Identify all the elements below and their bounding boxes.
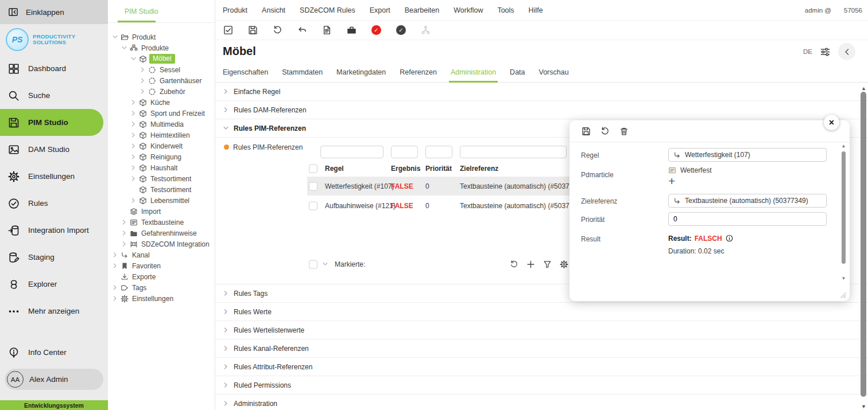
menu-export[interactable]: Export bbox=[370, 6, 390, 14]
filter-ergebnis-input[interactable] bbox=[391, 146, 418, 158]
column-header-regel[interactable]: Regel bbox=[325, 165, 344, 173]
sidebar-item-info-center[interactable]: Info Center bbox=[0, 339, 108, 366]
view-settings-icon[interactable] bbox=[820, 46, 831, 57]
save-icon[interactable] bbox=[248, 25, 258, 35]
tree-item-produkte[interactable]: Produkte bbox=[108, 42, 215, 53]
sidebar-item-suche[interactable]: Suche bbox=[0, 82, 108, 109]
section-einfache-regel[interactable]: Einfache Regel bbox=[215, 83, 868, 101]
tree-item-exporte[interactable]: Exporte bbox=[108, 271, 215, 282]
column-header-zielreferenz[interactable]: Zielreferenz bbox=[460, 165, 498, 173]
sidebar-item-staging[interactable]: Staging bbox=[0, 244, 108, 271]
document-icon[interactable] bbox=[322, 25, 332, 35]
section-rules-dam-referenzen[interactable]: Rules DAM-Referenzen bbox=[215, 101, 868, 119]
tree-item-favoriten[interactable]: Favoriten bbox=[108, 260, 215, 271]
page-scroll-up-icon[interactable]: ▲ bbox=[861, 85, 867, 91]
chevron-down-icon[interactable] bbox=[113, 34, 118, 40]
chevron-right-icon[interactable] bbox=[113, 285, 118, 290]
filter-regel-input[interactable] bbox=[320, 146, 383, 158]
menu-hilfe[interactable]: Hilfe bbox=[529, 6, 543, 14]
user-menu[interactable]: AA Alex Admin bbox=[5, 369, 103, 390]
tree-item-heimtextilien[interactable]: Heimtextilien bbox=[108, 130, 215, 140]
tree-item-gefahrenhinweise[interactable]: Gefahrenhinweise bbox=[108, 228, 215, 239]
plus-icon[interactable] bbox=[526, 260, 535, 268]
sidebar-item-dashboard[interactable]: Dashboard bbox=[0, 55, 108, 82]
tree-item-testsortiment[interactable]: Testsortiment bbox=[108, 184, 215, 195]
section-rules-werte[interactable]: Rules Werte bbox=[215, 303, 868, 321]
sidebar-item-integration-import[interactable]: Integration Import bbox=[0, 217, 108, 244]
chevron-right-icon[interactable] bbox=[140, 89, 145, 94]
footer-checkbox[interactable] bbox=[309, 260, 317, 268]
table-row[interactable]: Wetterfestigkeit (#107)FALSE0Textbaustei… bbox=[307, 177, 569, 196]
tree-item-kanal[interactable]: Kanal bbox=[108, 249, 215, 260]
trash-icon[interactable] bbox=[619, 127, 629, 136]
sidebar-item-explorer[interactable]: Explorer bbox=[0, 271, 108, 298]
menu-bearbeiten[interactable]: Bearbeiten bbox=[405, 6, 439, 14]
validate-dark-icon[interactable]: ✓ bbox=[396, 25, 406, 35]
collapse-panel-button[interactable] bbox=[838, 43, 855, 60]
tab-administration[interactable]: Administration bbox=[451, 65, 496, 82]
chevron-right-icon[interactable] bbox=[131, 132, 136, 138]
language-label[interactable]: DE bbox=[803, 48, 812, 55]
add-pdmarticle-button[interactable]: + bbox=[668, 175, 675, 187]
tree-item-haushalt[interactable]: Haushalt bbox=[108, 162, 215, 173]
chevron-right-icon[interactable] bbox=[131, 143, 136, 149]
tab-marketingdaten[interactable]: Marketingdaten bbox=[336, 65, 386, 82]
tree-item-testsortiment[interactable]: Testsortiment bbox=[108, 173, 215, 184]
scroll-down-icon[interactable]: ▼ bbox=[841, 276, 846, 281]
section-administration[interactable]: Administration bbox=[215, 395, 868, 410]
chevron-right-icon[interactable] bbox=[131, 198, 136, 203]
tab-vorschau[interactable]: Vorschau bbox=[539, 65, 569, 82]
tree-item-gartenhäuser[interactable]: Gartenhäuser bbox=[108, 75, 215, 86]
briefcase-icon[interactable] bbox=[347, 25, 356, 35]
page-scroll-thumb[interactable] bbox=[861, 92, 866, 397]
pdmarticle-value-row[interactable]: Wetterfest bbox=[668, 166, 711, 174]
tree-item-sessel[interactable]: Sessel bbox=[108, 64, 215, 75]
tree-item-kinderwelt[interactable]: Kinderwelt bbox=[108, 140, 215, 151]
chevron-right-icon[interactable] bbox=[131, 165, 136, 170]
tab-stammdaten[interactable]: Stammdaten bbox=[282, 65, 323, 82]
undo-icon[interactable] bbox=[297, 25, 307, 35]
rotate-icon[interactable] bbox=[600, 127, 610, 136]
chevron-right-icon[interactable] bbox=[122, 231, 127, 236]
row-checkbox[interactable] bbox=[309, 201, 317, 210]
scroll-thumb[interactable] bbox=[842, 151, 846, 264]
tab-data[interactable]: Data bbox=[510, 65, 525, 82]
save-icon[interactable] bbox=[582, 127, 591, 136]
rotate-icon[interactable] bbox=[510, 260, 518, 268]
chevron-right-icon[interactable] bbox=[122, 220, 127, 225]
sidebar-item-einstellungen[interactable]: Einstellungen bbox=[0, 163, 108, 190]
section-rules-wertelistenwerte[interactable]: Rules Wertelistenwerte bbox=[215, 321, 868, 339]
chevron-right-icon[interactable] bbox=[131, 176, 136, 181]
menu-tools[interactable]: Tools bbox=[497, 6, 514, 14]
tree-item-lebensmittel[interactable]: Lebensmittel bbox=[108, 195, 215, 206]
marked-dropdown[interactable]: Markierte: bbox=[323, 260, 365, 268]
chevron-right-icon[interactable] bbox=[131, 154, 136, 159]
tab-referenzen[interactable]: Referenzen bbox=[400, 65, 437, 82]
section-ruled-permissions[interactable]: Ruled Permissions bbox=[215, 376, 868, 395]
section-rules-attribut-referenzen[interactable]: Rules Attribut-Referenzen bbox=[215, 358, 868, 376]
sidebar-item-rules[interactable]: Rules bbox=[0, 190, 108, 217]
tree-item-küche[interactable]: Küche bbox=[108, 97, 215, 108]
tree-item-textbausteine[interactable]: Textbausteine bbox=[108, 217, 215, 228]
tree-item-zubehör[interactable]: Zubehör bbox=[108, 86, 215, 97]
chevron-right-icon[interactable] bbox=[113, 263, 118, 268]
gear-icon[interactable] bbox=[560, 260, 568, 268]
filter-prioritaet-input[interactable] bbox=[425, 146, 452, 158]
sidebar-item-mehr-anzeigen[interactable]: Mehr anzeigen bbox=[0, 298, 108, 325]
column-header-priorität[interactable]: Priorität bbox=[425, 165, 452, 173]
prioritaet-input[interactable] bbox=[673, 215, 822, 223]
chevron-right-icon[interactable] bbox=[140, 67, 145, 72]
tree-item-möbel[interactable]: Möbel bbox=[108, 53, 215, 64]
tree-item-reinigung[interactable]: Reinigung bbox=[108, 151, 215, 162]
row-checkbox[interactable] bbox=[309, 182, 317, 190]
resize-handle-icon[interactable] bbox=[839, 291, 847, 299]
section-rules-kanal-referenzen[interactable]: Rules Kanal-Referenzen bbox=[215, 339, 868, 358]
tree-item-multimedia[interactable]: Multimedia bbox=[108, 119, 215, 130]
zielreferenz-input[interactable]: Textbausteine (automatisch) (50377349) bbox=[668, 194, 827, 208]
chevron-right-icon[interactable] bbox=[131, 100, 136, 105]
tab-eigenschaften[interactable]: Eigenschaften bbox=[223, 65, 268, 82]
info-circle-icon[interactable] bbox=[725, 234, 734, 243]
chevron-down-icon[interactable] bbox=[122, 45, 127, 50]
scroll-up-icon[interactable]: ▲ bbox=[841, 143, 846, 149]
chevron-right-icon[interactable] bbox=[113, 296, 118, 301]
